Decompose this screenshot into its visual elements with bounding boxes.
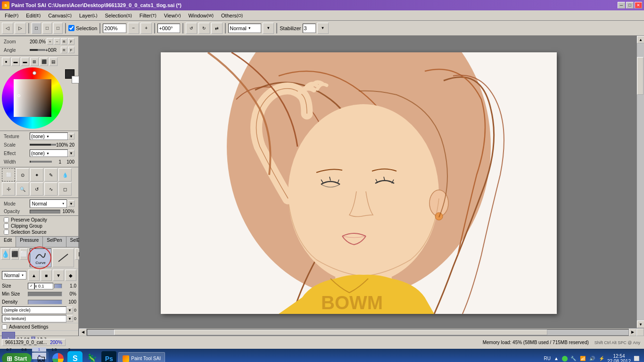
toolbar-nav-right[interactable]: ▷ xyxy=(15,23,26,34)
menu-edit[interactable]: Edit (E) xyxy=(22,11,44,20)
size-bar[interactable] xyxy=(54,284,62,288)
menu-selection[interactable]: Selection (S) xyxy=(101,11,136,20)
tool-lasso[interactable]: ⊙ xyxy=(16,168,29,181)
h-scroll-right[interactable]: ▶ xyxy=(629,329,636,336)
angle-reset[interactable]: R xyxy=(61,47,67,53)
size-checkbox[interactable]: ✓ xyxy=(28,283,34,289)
angle-flip[interactable]: F xyxy=(68,47,74,53)
tray-network[interactable] xyxy=(562,356,568,362)
h-scroll-left[interactable]: ◀ xyxy=(79,329,87,336)
brush-bucket[interactable]: ⬜ xyxy=(20,248,28,260)
menu-filter[interactable]: Filter (T) xyxy=(136,11,160,20)
effect-menu[interactable]: ▼ xyxy=(68,150,74,156)
zoom-plus[interactable]: + xyxy=(140,23,152,34)
selection-source-checkbox[interactable] xyxy=(4,230,9,235)
zoom-inc[interactable]: + xyxy=(47,38,53,45)
width-slider[interactable] xyxy=(30,161,52,163)
taskbar-gecko[interactable]: 🦎 xyxy=(84,351,99,362)
flip-h[interactable]: ⇄ xyxy=(211,23,223,34)
tool-select-rect[interactable]: ⬜ xyxy=(2,168,15,181)
zoom-minus[interactable]: − xyxy=(128,23,139,34)
effect-dropdown[interactable]: (none) xyxy=(30,149,68,157)
mode-select[interactable]: Normal xyxy=(30,199,67,208)
shape-diamond[interactable]: ◆ xyxy=(65,270,76,281)
angle-slider[interactable] xyxy=(30,49,45,51)
tab-selpen[interactable]: SelPen xyxy=(43,237,66,247)
mode-down[interactable]: ▼ xyxy=(263,23,274,34)
color-grid-icon[interactable]: ⊞ xyxy=(30,58,39,66)
start-button[interactable]: ⊞ Start xyxy=(2,353,32,362)
mode-btn[interactable]: ▼ xyxy=(68,200,74,207)
tool-rotate[interactable]: ↺ xyxy=(30,182,43,196)
clipping-group-checkbox[interactable] xyxy=(4,223,9,229)
tool-pan[interactable]: ☩ xyxy=(2,182,15,196)
tab-edit[interactable]: Edit xyxy=(0,237,16,247)
taskbar-active-window[interactable]: Paint Tool SAI xyxy=(118,352,165,362)
scale-slider[interactable] xyxy=(30,144,56,146)
minimize-button[interactable]: ─ xyxy=(618,2,625,8)
rotation-input[interactable] xyxy=(157,24,180,33)
background-color[interactable] xyxy=(72,76,79,83)
taskbar-skype[interactable]: S xyxy=(67,351,83,362)
stabilizer-down[interactable]: ▼ xyxy=(317,23,329,34)
toolbar-btn3[interactable]: □ xyxy=(53,23,63,34)
texture-brush-dropdown[interactable]: (no texture) xyxy=(2,315,66,322)
selection-checkbox[interactable] xyxy=(68,25,74,31)
toolbar-btn2[interactable]: □ xyxy=(42,23,52,34)
tray-icon4[interactable]: ⚡ xyxy=(598,355,605,362)
file-tag[interactable]: 9661329_0_0_cat... 200% xyxy=(2,339,66,346)
rotate-left[interactable]: ↺ xyxy=(186,23,197,34)
v-scroll-down[interactable]: ▼ xyxy=(637,321,644,328)
color-palette-icon[interactable]: ⬛ xyxy=(40,58,48,66)
tray-up-arrow[interactable]: ▲ xyxy=(553,355,560,362)
zoom-dec[interactable]: − xyxy=(54,38,60,45)
tool-brush[interactable]: ∿ xyxy=(44,182,58,196)
brush-gradient[interactable]: ⬛ xyxy=(11,248,19,260)
brush-mode-dropdown[interactable]: Normal xyxy=(2,271,26,280)
rotate-right[interactable]: ↻ xyxy=(198,23,210,34)
h-scroll-thumb[interactable] xyxy=(114,329,547,335)
tool-pencil[interactable]: ✎ xyxy=(44,168,58,181)
shape-square[interactable]: ■ xyxy=(41,270,52,281)
size-multiplier[interactable] xyxy=(34,283,53,289)
advanced-settings-checkbox[interactable] xyxy=(2,324,7,329)
preserve-opacity-checkbox[interactable] xyxy=(4,217,9,222)
close-button[interactable]: ✕ xyxy=(635,2,642,8)
v-scroll-track[interactable] xyxy=(637,43,644,321)
stabilizer-input[interactable] xyxy=(303,24,316,33)
canvas-scroll[interactable]: BOWM xyxy=(79,36,636,328)
taskbar-chrome[interactable] xyxy=(50,351,66,362)
color-square[interactable] xyxy=(14,79,51,117)
density-bar[interactable] xyxy=(28,300,62,304)
taskbar-photoshop[interactable]: Ps xyxy=(101,351,116,362)
texture-brush-menu[interactable]: ▼ xyxy=(66,315,73,322)
texture-menu[interactable]: ▼ xyxy=(68,133,74,140)
menu-file[interactable]: File (F) xyxy=(1,11,22,20)
brush-eyedropper[interactable]: 💧 xyxy=(1,248,10,260)
v-scroll-thumb[interactable] xyxy=(637,57,644,95)
texture-dropdown[interactable]: (none) xyxy=(30,132,68,140)
taskbar-explorer[interactable]: 🗂 xyxy=(33,351,49,362)
tool-eyedropper[interactable]: 💧 xyxy=(58,168,72,181)
toolbar-nav-left[interactable]: ◁ xyxy=(2,23,13,34)
min-size-bar[interactable] xyxy=(28,292,62,296)
line-button[interactable] xyxy=(52,248,74,267)
tray-icon1[interactable]: 🔧 xyxy=(570,355,577,362)
tool-magic-wand[interactable]: ✦ xyxy=(30,168,43,181)
menu-others[interactable]: Others (O) xyxy=(217,11,247,20)
shape-dropdown[interactable]: (simple circle) xyxy=(2,306,66,314)
menu-window[interactable]: Window (W) xyxy=(184,11,217,20)
zoom-input[interactable] xyxy=(103,24,126,33)
maximize-button[interactable]: □ xyxy=(626,2,634,8)
color-swatch-icon[interactable]: ▤ xyxy=(49,58,58,66)
curve-button[interactable]: Curve xyxy=(30,248,51,267)
menu-canvas[interactable]: Canvas (C) xyxy=(44,11,75,20)
v-scroll-up[interactable]: ▲ xyxy=(637,36,644,43)
color-bar-icon[interactable]: ▬ xyxy=(11,58,20,66)
zoom-fit[interactable]: F xyxy=(68,38,74,45)
tab-pressure[interactable]: Pressure xyxy=(16,237,43,247)
color-bar2-icon[interactable]: ▬ xyxy=(21,58,29,66)
shape-down[interactable]: ▼ xyxy=(53,270,64,281)
menu-view[interactable]: View (V) xyxy=(160,11,185,20)
opacity-slider[interactable] xyxy=(30,210,60,214)
